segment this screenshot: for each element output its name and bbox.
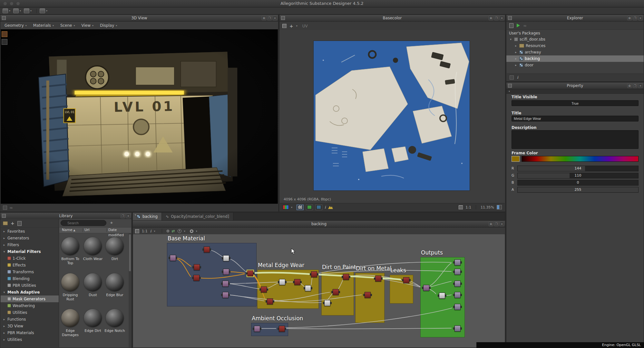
hue-gradient-slider[interactable] [522,156,639,162]
sidebar-item-utilities[interactable]: Utilities [1,309,59,316]
column-url[interactable]: Url [84,227,90,233]
sidebar-item-blending[interactable]: Blending [1,275,59,282]
graph-node[interactable] [375,276,381,282]
panel-explorer-header[interactable]: Explorer ⊞ ❐ × [506,15,644,22]
search-icon[interactable] [167,230,169,232]
tab-opacity-material-color-blend[interactable]: ∿ Opacity[material_color_blend] [162,213,233,220]
chevron-down-icon[interactable]: ▾ [154,230,155,233]
chevron-down-icon[interactable]: ▾ [296,24,298,27]
graph-node[interactable] [254,326,260,332]
graph-node[interactable] [222,281,229,287]
library-item[interactable]: Dripping Rust [60,273,81,301]
expand-arrow-icon[interactable]: ▸ [514,44,518,47]
panel-library-header[interactable]: Library ❐ × [0,213,132,219]
frame-color-swatch[interactable] [512,156,520,162]
green-background-toggle[interactable] [306,205,313,210]
close-icon[interactable]: × [500,222,504,226]
gear-icon[interactable] [190,229,193,233]
graph-node[interactable] [170,255,176,261]
expand-arrow-icon[interactable]: ▸ [3,324,6,328]
description-textarea[interactable] [512,130,639,149]
3d-viewport[interactable]: LVL 01 LVL 01 [1,29,278,204]
title-input[interactable] [512,116,639,121]
fit-view-icon[interactable] [459,205,463,209]
dock-icon[interactable]: ⊞ [627,83,632,88]
tree-item-door[interactable]: ▸ door [506,62,644,68]
chevron-down-icon[interactable]: ▾ [9,9,10,12]
sidebar-item-mesh-adaptive[interactable]: ▾Mesh Adaptive [1,289,59,295]
graph-node[interactable] [365,292,371,298]
column-separator[interactable] [106,228,107,232]
close-icon[interactable]: × [638,83,643,88]
sidebar-item-effects[interactable]: Effects [1,262,59,268]
graph-node[interactable] [223,255,229,261]
graph-node[interactable] [294,279,300,285]
checker-background-toggle[interactable] [297,205,304,210]
graph-output-node[interactable] [454,325,461,332]
viewport-pointer-icon[interactable] [2,39,7,45]
chevron-down-icon[interactable]: ▾ [46,9,47,12]
publish-play-icon[interactable] [517,24,520,27]
graph-output-node[interactable] [454,304,461,310]
float-icon[interactable]: ❐ [267,16,272,20]
float-icon[interactable]: ❐ [121,214,125,218]
chevron-down-icon[interactable]: ▾ [196,230,197,233]
library-item[interactable]: Cloth Wear [82,237,103,261]
basecolor-canvas[interactable]: 4096 x 4096 (RGBA, 8bpc) [280,30,505,203]
section-collapse-bar[interactable]: ▾ [506,89,644,94]
tree-item-scifi-door[interactable]: ▾ scifi_door.sbs [506,36,644,43]
close-icon[interactable]: × [500,16,504,20]
float-icon[interactable]: ❐ [494,16,499,20]
graph-output-node[interactable] [454,269,461,275]
graph-node[interactable] [222,292,229,298]
tab-backing[interactable]: backing [133,213,162,220]
zoom-ratio[interactable]: 1:1 [465,205,471,209]
menu-geometry[interactable]: Geometry▾ [2,23,31,28]
expand-arrow-icon[interactable]: ▾ [509,38,512,41]
chevron-down-icon[interactable]: ▾ [20,9,21,12]
close-icon[interactable]: × [638,16,643,20]
float-icon[interactable]: ❐ [494,222,499,226]
dock-icon[interactable]: ⊞ [627,16,632,20]
scrollbar-thumb[interactable] [129,234,131,271]
dock-small-icon[interactable] [3,206,7,210]
sidebar-item-filters[interactable]: ▸Filters [1,241,59,248]
panel-3d-view-header[interactable]: 3D View ⊞ ❐ × [0,15,278,22]
graph-node[interactable] [423,285,429,291]
graph-node[interactable] [305,285,311,291]
sidebar-item-utilities-2[interactable]: ▸Utilities [1,336,59,343]
chevron-down-icon[interactable]: ▾ [291,206,292,209]
graph-node[interactable] [311,271,317,277]
sidebar-item-favorites[interactable]: ▸Favorites [1,228,59,235]
graph-node[interactable] [267,298,273,304]
channel-slider-a[interactable]: A 255 [512,187,639,193]
library-item[interactable]: Bottom To Top [60,237,81,265]
panel-property-header[interactable]: Property ⊞ ❐ × [506,82,644,89]
save-package-icon[interactable] [24,8,29,13]
scrollbar[interactable] [129,233,131,347]
layout-icon[interactable] [497,205,502,209]
collapse-arrow-icon[interactable]: ▾ [3,291,6,294]
graph-output-node[interactable] [454,292,461,298]
graph-node[interactable] [279,326,285,332]
graph-canvas[interactable]: Base Material Metal Edge Wear Dirt on Pa… [133,234,505,347]
dock-icon[interactable]: ⊞ [489,16,493,20]
sidebar-item-3d-view[interactable]: ▸3D View [1,323,59,329]
library-item[interactable]: Dust [82,273,103,297]
library-item[interactable]: Edge Damages [60,309,81,337]
link-icon[interactable]: ∞ [9,206,13,210]
column-separator[interactable] [83,228,83,232]
menu-scene[interactable]: Scene▾ [58,23,79,28]
transform-tool-icon[interactable]: + [289,24,293,28]
info-icon[interactable]: i [325,205,326,209]
sidebar-item-mask-generators[interactable]: Mask Generators [1,295,59,302]
dock-icon[interactable]: ⊞ [489,222,493,226]
info-icon[interactable]: i [150,229,151,233]
graph-node[interactable] [439,293,445,299]
graph-node[interactable] [333,289,339,295]
minimize-window-button[interactable] [10,2,14,5]
link-resource-icon[interactable] [40,8,45,13]
folder-icon[interactable] [3,221,8,225]
channel-slider-r[interactable]: R 144 [512,166,639,171]
graph-node[interactable] [261,286,267,293]
